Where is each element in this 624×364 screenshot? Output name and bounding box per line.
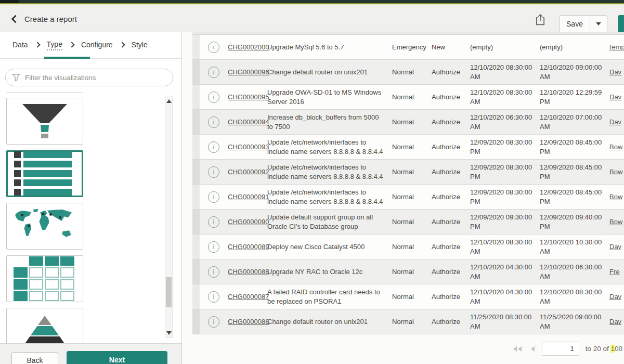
assigned-to-link[interactable]: Dav: [609, 293, 621, 301]
change-number-link[interactable]: CHG0000091: [228, 193, 269, 201]
table-row[interactable]: i CHG0000086 Change default router on un…: [192, 309, 624, 334]
row-left-sliver: [192, 160, 200, 184]
save-dropdown-button[interactable]: [590, 16, 607, 32]
assigned-to-link[interactable]: Dav: [609, 93, 621, 101]
next-step-button[interactable]: Next: [67, 351, 167, 364]
info-icon[interactable]: i: [208, 316, 219, 328]
change-number-link[interactable]: CHG0000093: [228, 143, 269, 151]
report-type-panel: Data Type Configure Style: [0, 32, 182, 364]
scrollbar-thumb[interactable]: [166, 277, 172, 307]
assigned-to-link[interactable]: (empty): [609, 43, 624, 51]
change-number-link[interactable]: CHG0000087: [228, 293, 269, 301]
change-number-link[interactable]: CHG0000096: [228, 68, 269, 76]
viz-card-world-map[interactable]: [6, 203, 83, 250]
step-configure[interactable]: Configure: [81, 41, 113, 50]
priority-cell: Normal: [392, 293, 432, 301]
assigned-to-link[interactable]: Dav: [609, 318, 621, 326]
info-icon[interactable]: i: [208, 216, 219, 228]
priority-cell: Normal: [392, 243, 432, 251]
priority-cell: Normal: [392, 218, 432, 226]
table-row[interactable]: i CHG0000096 Change default router on un…: [192, 60, 624, 85]
save-button[interactable]: Save: [560, 16, 590, 32]
table-row[interactable]: i CHG0000090 Update default support grou…: [192, 210, 624, 235]
table-row[interactable]: i CHG0000094 Increase db_block_buffers f…: [192, 110, 624, 135]
scroll-up-button[interactable]: [165, 97, 172, 105]
info-icon[interactable]: i: [208, 166, 219, 178]
filter-input[interactable]: [25, 74, 173, 82]
change-number-link[interactable]: CHG0000088: [228, 268, 269, 276]
end-date-cell: 12/09/2020 08:45:00 PM: [540, 163, 609, 181]
assigned-to-link[interactable]: Bow: [609, 193, 622, 201]
table-row[interactable]: i CHG0000095 Upgrade OWA-SD-01 to MS Win…: [192, 85, 624, 110]
table-row[interactable]: i CHG0000093 Update /etc/network/interfa…: [192, 135, 624, 160]
priority-cell: Normal: [392, 143, 432, 151]
start-date-cell: 12/10/2020 04:30:00 AM: [470, 263, 540, 281]
state-cell: Authorize: [432, 118, 470, 126]
viz-card-pyramid[interactable]: [6, 308, 83, 343]
change-number-link[interactable]: CHG0000095: [228, 93, 269, 101]
change-number-link[interactable]: CHG0000094: [228, 118, 269, 126]
table-row[interactable]: i CHG0000089 Deploy new Cisco Catalyst 4…: [192, 235, 624, 259]
step-type[interactable]: Type: [47, 40, 62, 50]
info-icon[interactable]: i: [208, 92, 219, 103]
table-row[interactable]: i CHG0000087 A failed RAID controller ca…: [192, 284, 624, 309]
back-step-button[interactable]: Back: [11, 352, 58, 364]
viz-card-heatmap-table[interactable]: [6, 255, 83, 302]
viz-card-list[interactable]: [6, 150, 83, 197]
assigned-to-link[interactable]: Dav: [609, 243, 621, 251]
change-number-link[interactable]: CHG0000089: [228, 243, 269, 251]
info-icon[interactable]: i: [208, 67, 219, 78]
short-description: Change default router on unix201: [267, 68, 392, 77]
short-description: Update /etc/network/interfaces to includ…: [267, 138, 392, 156]
change-number-link[interactable]: CHG0000092: [228, 168, 269, 176]
start-date-cell: 12/10/2020 08:30:00 AM: [470, 63, 540, 81]
assigned-to-link[interactable]: Bow: [609, 168, 622, 176]
info-icon[interactable]: i: [208, 241, 219, 253]
short-description: Upgrade NY RAC to Oracle 12c: [267, 267, 392, 277]
info-icon[interactable]: i: [208, 42, 219, 53]
wizard-stepper: Data Type Configure Style: [0, 32, 181, 59]
back-button[interactable]: [8, 12, 22, 26]
partial-primary-button[interactable]: [618, 15, 624, 33]
previous-page-button[interactable]: [529, 346, 536, 352]
visualization-list: [0, 92, 181, 343]
short-description: Upgrade OWA-SD-01 to MS Windows Server 2…: [267, 88, 392, 106]
info-icon[interactable]: i: [208, 141, 219, 153]
table-row[interactable]: i CHG0000091 Update /etc/network/interfa…: [192, 185, 624, 210]
assigned-to-link[interactable]: Dav: [609, 118, 621, 126]
info-icon[interactable]: i: [208, 116, 219, 128]
filter-funnel-icon: [12, 73, 20, 82]
info-icon[interactable]: i: [208, 266, 219, 278]
share-button[interactable]: [535, 13, 547, 27]
page-number-input[interactable]: [542, 342, 579, 356]
step-data[interactable]: Data: [12, 41, 28, 50]
assigned-to-link[interactable]: Fre: [609, 268, 620, 276]
state-cell: Authorize: [432, 193, 470, 201]
funnel-chart-icon: [20, 102, 70, 140]
change-number-link[interactable]: CHG0000086: [228, 318, 269, 326]
assigned-to-link[interactable]: Bow: [609, 143, 622, 151]
start-date-cell: 12/10/2020 06:30:00 AM: [470, 113, 540, 131]
state-cell: Authorize: [432, 268, 470, 276]
assigned-to-link[interactable]: Bow: [609, 218, 622, 226]
table-row[interactable]: i CHG0002000 Upgrade MySql 5.6 to 5.7 Em…: [192, 35, 624, 60]
change-number-link[interactable]: CHG0002000: [228, 43, 269, 51]
table-row[interactable]: i CHG0000092 Update /etc/network/interfa…: [192, 160, 624, 185]
table-row[interactable]: i CHG0000088 Upgrade NY RAC to Oracle 12…: [192, 259, 624, 284]
assigned-to-link[interactable]: Dav: [609, 68, 621, 76]
state-cell: Authorize: [432, 143, 470, 151]
info-icon[interactable]: i: [208, 291, 219, 303]
state-cell: Authorize: [432, 243, 470, 251]
heatmap-table-icon: [14, 256, 76, 301]
first-page-button[interactable]: [512, 346, 523, 352]
row-left-sliver: [192, 185, 200, 209]
step-style[interactable]: Style: [132, 41, 148, 50]
end-date-cell: 12/10/2020 10:30:00 AM: [540, 238, 609, 256]
viz-card-funnel[interactable]: [6, 98, 83, 145]
panel-scrollbar[interactable]: [165, 96, 173, 338]
end-date-cell: 12/09/2020 08:45:00 PM: [540, 138, 609, 156]
info-icon[interactable]: i: [208, 191, 219, 203]
change-number-link[interactable]: CHG0000090: [228, 218, 269, 226]
priority-cell: Normal: [392, 193, 432, 201]
scroll-down-button[interactable]: [165, 329, 172, 336]
